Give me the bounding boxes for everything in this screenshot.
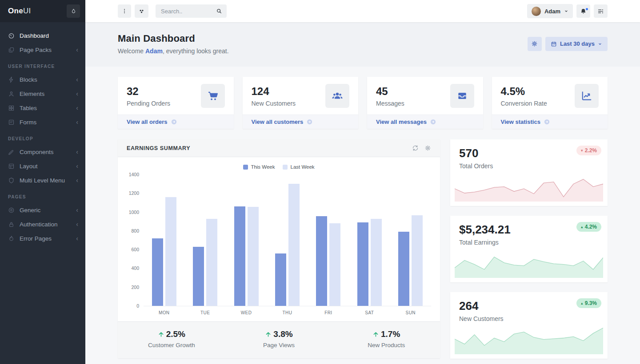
x-tick-label: SUN (390, 310, 431, 315)
chart-plot (144, 175, 431, 306)
growth-stat-label: New Products (332, 342, 440, 348)
chevron-left-icon: ‹ (76, 76, 78, 83)
date-range-button[interactable]: Last 30 days (545, 37, 608, 51)
user-menu-button[interactable]: Adam (527, 4, 573, 18)
stat-link-view-statistics[interactable]: View statistics (492, 115, 608, 129)
dashboard-settings-button[interactable] (528, 37, 542, 51)
chart-plot-area: MONTUEWEDTHUFRISATSUN (144, 175, 431, 315)
inbox-icon (450, 84, 474, 108)
stat-value: 4.5% (501, 85, 547, 98)
bar-last-week-fri[interactable] (329, 223, 340, 306)
search-icon[interactable] (216, 8, 222, 14)
sidebar-nav: DashboardPage Packs‹User InterfaceBlocks… (0, 22, 85, 252)
growth-stat-value: 1.7% (381, 329, 400, 339)
search-input[interactable] (160, 8, 216, 15)
bar-this-week-wed[interactable] (234, 206, 245, 306)
arrow-circle-icon (306, 119, 313, 125)
sidebar-item-dashboard[interactable]: Dashboard (0, 28, 85, 43)
form-icon (8, 119, 15, 126)
sidebar-item-components[interactable]: Components‹ (0, 145, 85, 159)
arrow-circle-icon (430, 119, 436, 125)
y-tick-label: 1400 (129, 172, 139, 177)
sidebar-section-heading: Pages (0, 187, 85, 203)
sidebar-toggle-button[interactable] (594, 4, 608, 18)
sidebar-item-forms[interactable]: Forms‹ (0, 115, 85, 129)
summary-card-new-customers: 264New Customers▴9.3% (450, 292, 608, 359)
sidebar-item-page-packs[interactable]: Page Packs‹ (0, 43, 85, 57)
top-navbar: Adam (85, 0, 640, 22)
bar-chart: 0200400600800100012001400 MONTUEWEDTHUFR… (127, 175, 431, 315)
sidebar-item-label: Blocks (20, 76, 37, 83)
sidebar-item-label: Elements (20, 91, 44, 97)
summary-card-total-earnings: $5,234.21Total Earnings▴4.2% (450, 216, 608, 282)
trend-badge-value: 9.3% (585, 300, 597, 306)
growth-stat-label: Page Views (225, 342, 333, 348)
bar-group-fri (308, 175, 349, 306)
grid-icon (8, 105, 15, 111)
sidebar-item-generic[interactable]: Generic‹ (0, 203, 85, 217)
stat-link-view-all-orders[interactable]: View all orders (118, 115, 234, 129)
bar-last-week-mon[interactable] (165, 197, 176, 306)
gauge-icon (8, 32, 15, 39)
kebab-menu-button[interactable] (118, 4, 131, 18)
content-grid: Earnings Summary This WeekLast Week 0200… (118, 139, 608, 359)
bar-last-week-tue[interactable] (206, 219, 217, 306)
growth-stat-value-row: 2.5% (118, 329, 225, 339)
chevron-left-icon: ‹ (76, 91, 78, 97)
bar-this-week-sun[interactable] (398, 232, 409, 306)
stat-card-text: 124New Customers (252, 85, 296, 107)
bar-this-week-thu[interactable] (275, 253, 286, 306)
arrow-circle-icon (171, 119, 177, 125)
stat-card-new-customers: 124New CustomersView all customers (243, 77, 359, 129)
summary-card-total-orders: 570Total Orders▾2.2% (450, 139, 608, 206)
sidebar-item-layout[interactable]: Layout‹ (0, 159, 85, 173)
bar-last-week-sun[interactable] (412, 215, 423, 306)
bar-group-thu (267, 175, 308, 306)
bolt-icon (8, 76, 15, 83)
bar-this-week-tue[interactable] (193, 247, 204, 306)
sidebar-item-elements[interactable]: Elements‹ (0, 87, 85, 101)
panel-title: Earnings Summary (127, 145, 190, 151)
bar-last-week-wed[interactable] (248, 207, 259, 306)
brand-light: UI (23, 7, 31, 15)
bar-group-sat (349, 175, 390, 306)
sidebar-item-error-pages[interactable]: Error Pages‹ (0, 231, 85, 245)
droplet-icon (71, 8, 76, 14)
refresh-button[interactable] (412, 145, 419, 151)
sidebar-item-blocks[interactable]: Blocks‹ (0, 72, 85, 87)
sidebar-item-multi-level-menu[interactable]: Multi Level Menu‹ (0, 173, 85, 187)
apps-button[interactable] (135, 4, 148, 18)
chevron-left-icon: ‹ (76, 207, 78, 213)
bar-last-week-thu[interactable] (288, 184, 300, 306)
bar-this-week-sat[interactable] (357, 222, 368, 306)
sidebar-item-tables[interactable]: Tables‹ (0, 101, 85, 115)
bar-group-wed (226, 175, 267, 306)
x-tick-label: WED (226, 310, 267, 315)
arrow-circle-icon (544, 119, 550, 125)
panel-settings-button[interactable] (424, 145, 431, 151)
notifications-button[interactable] (576, 4, 590, 18)
navbar-right: Adam (527, 4, 608, 18)
sidebar-item-label: Forms (20, 119, 36, 126)
chart-y-axis: 0200400600800100012001400 (127, 175, 144, 306)
legend-item-this-week[interactable]: This Week (243, 164, 275, 170)
stat-card-messages: 45MessagesView all messages (367, 77, 483, 129)
x-tick-label: FRI (308, 310, 349, 315)
y-tick-label: 800 (131, 228, 139, 233)
stat-card-body: 32Pending Orders (118, 77, 234, 115)
legend-item-last-week[interactable]: Last Week (283, 164, 314, 170)
sidebar-item-label: Generic (20, 207, 40, 214)
bar-this-week-fri[interactable] (316, 216, 327, 306)
gear-icon (424, 145, 431, 151)
sidebar-item-authentication[interactable]: Authentication‹ (0, 217, 85, 231)
brand-logo[interactable]: OneUI (8, 7, 31, 16)
stat-link-view-all-messages[interactable]: View all messages (367, 115, 483, 129)
trend-badge-value: 2.2% (585, 147, 597, 154)
theme-droplet-button[interactable] (67, 4, 80, 18)
bar-this-week-mon[interactable] (152, 238, 163, 306)
stat-label: Pending Orders (127, 100, 170, 107)
stat-link-view-all-customers[interactable]: View all customers (243, 115, 359, 129)
bar-last-week-sat[interactable] (371, 219, 382, 306)
notification-indicator (586, 8, 588, 10)
welcome-user-name: Adam (145, 47, 163, 55)
